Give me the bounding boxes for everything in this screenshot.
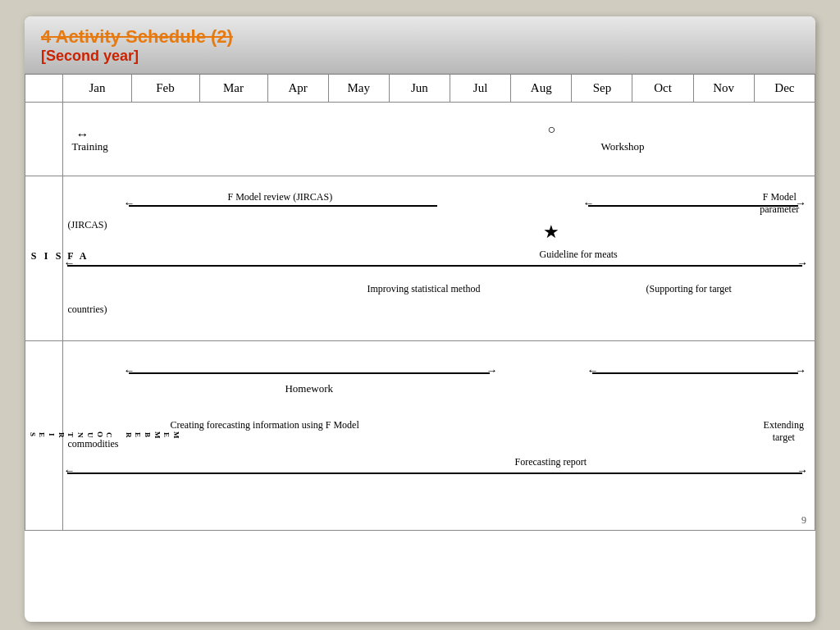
month-mar: Mar	[199, 75, 267, 103]
f-model-param-label: F Model parameter	[744, 191, 815, 216]
improving-label: Improving statistical method	[367, 283, 480, 295]
month-dec: Dec	[754, 75, 815, 103]
month-jul: Jul	[450, 75, 511, 103]
circle-symbol: ○	[547, 122, 555, 137]
row-member: MEMBERCOUNTRIES ← → ← →	[25, 341, 815, 531]
month-jun: Jun	[389, 75, 450, 103]
homework-arrowhead-left: ←	[123, 364, 135, 377]
month-feb: Feb	[131, 75, 199, 103]
f-model-review-arrow-left	[129, 205, 437, 207]
month-sep: Sep	[572, 75, 632, 103]
homework-arrowhead-right2-right: →	[795, 364, 806, 377]
training-label: Training	[71, 140, 107, 153]
commodities-label: commodities	[67, 438, 118, 450]
jircas-label: (JIRCAS)	[67, 219, 107, 231]
row1-content: ↔ Training ○ Workshop	[63, 104, 815, 174]
f-model-review-arrowhead-left: ←	[123, 197, 135, 210]
page-number: 9	[801, 514, 806, 527]
countries-label: countries)	[67, 304, 107, 316]
forecasting-report-label: Forecasting report	[514, 456, 587, 468]
schedule-table: Jan Feb Mar Apr May Jun Jul Aug Sep Oct …	[25, 74, 815, 531]
f-model-param-arrowhead-left: ←	[582, 197, 594, 210]
row2-content: ← F Model review (JIRCAS) (JIRCAS) ← → F…	[63, 176, 815, 340]
forecast-arrowhead-right: →	[797, 464, 808, 477]
month-header-row: Jan Feb Mar Apr May Jun Jul Aug Sep Oct …	[25, 75, 815, 103]
month-apr: Apr	[267, 75, 328, 103]
month-oct: Oct	[632, 75, 693, 103]
creating-label: Creating forecasting information using F…	[170, 419, 358, 431]
f-model-review-label: F Model review (JIRCAS)	[227, 191, 332, 203]
month-nov: Nov	[693, 75, 754, 103]
homework-arrow-right	[592, 372, 798, 374]
sub-title: [Second year]	[41, 48, 799, 65]
slide-container: 4 Activity Schedule (2) [Second year]	[0, 0, 840, 630]
supporting-label: (Supporting for target	[646, 283, 731, 295]
row3-content: ← → ← → Homework Creating forecasting in…	[63, 341, 815, 530]
homework-label: Homework	[285, 382, 333, 395]
homework-arrowhead-right2-left: ←	[587, 364, 598, 377]
homework-arrowhead-right: →	[486, 364, 497, 377]
guideline-arrowhead-right: →	[797, 257, 808, 270]
extending-label: Extending target	[752, 419, 815, 444]
header-area: 4 Activity Schedule (2) [Second year]	[25, 16, 815, 74]
month-may: May	[328, 75, 389, 103]
star-symbol: ★	[543, 221, 559, 243]
homework-arrow-left	[129, 372, 490, 374]
forecast-arrowhead-left: ←	[63, 464, 75, 477]
main-title: 4 Activity Schedule (2)	[41, 26, 799, 48]
row-afsis: AFSIS ← F Model review (JIRCAS) (JIRCAS)	[25, 176, 815, 341]
guideline-label: Guideline for meats	[539, 249, 617, 261]
forecast-arrow	[67, 472, 802, 474]
month-aug: Aug	[511, 75, 572, 103]
workshop-label: Workshop	[600, 140, 644, 153]
slide-inner: 4 Activity Schedule (2) [Second year]	[25, 16, 815, 622]
guideline-arrowhead-left: ←	[63, 257, 75, 270]
row-training: ↔ Training ○ Workshop	[25, 103, 815, 176]
month-jan: Jan	[63, 75, 131, 103]
guideline-arrow	[67, 265, 802, 267]
